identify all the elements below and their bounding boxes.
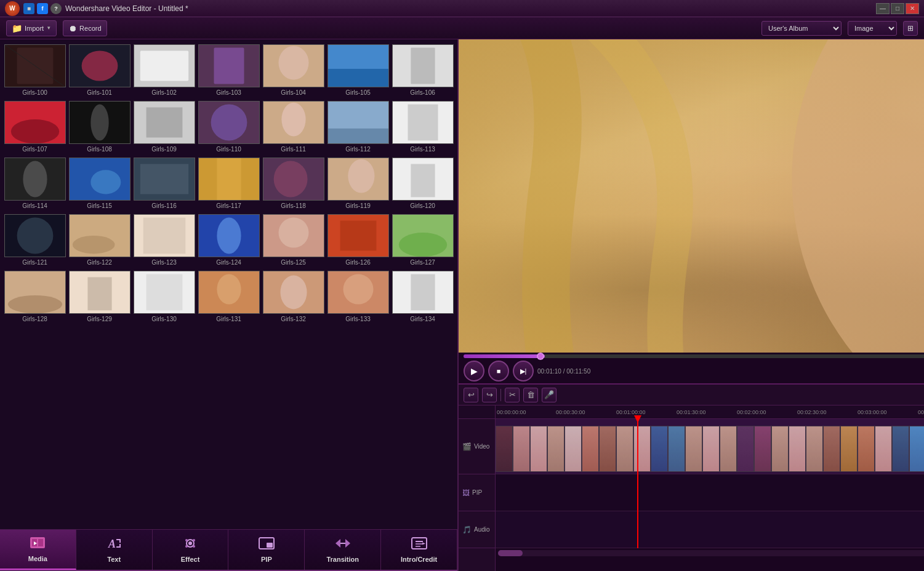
album-select[interactable]: User's Album — [761, 21, 842, 36]
thumb-img-16 — [134, 158, 195, 201]
thumb-item-20[interactable]: Girls-120 — [390, 155, 455, 212]
thumb-item-31[interactable]: Girls-131 — [196, 268, 261, 325]
minimize-restore-icon[interactable]: ■ — [23, 3, 34, 14]
facebook-icon[interactable]: f — [37, 3, 48, 14]
svg-text:A: A — [108, 538, 116, 550]
thumb-img-21 — [4, 214, 66, 257]
thumb-label-0: Girls-100 — [22, 89, 47, 96]
cut-button[interactable]: ✂ — [505, 388, 520, 402]
timeline-content: 🎬 Video 🖼 PIP 🎵 Audio — [459, 405, 924, 571]
thumb-item-11[interactable]: Girls-111 — [261, 98, 326, 155]
svg-point-66 — [280, 276, 307, 309]
tab-text[interactable]: A Text — [76, 530, 153, 570]
tab-effect[interactable]: Effect — [153, 530, 229, 570]
thumb-item-34[interactable]: Girls-134 — [390, 268, 455, 325]
thumb-item-17[interactable]: Girls-117 — [196, 155, 261, 212]
thumb-item-1[interactable]: Girls-101 — [67, 42, 132, 98]
svg-rect-14 — [411, 48, 435, 84]
thumb-item-29[interactable]: Girls-129 — [67, 268, 132, 325]
thumb-item-26[interactable]: Girls-126 — [326, 212, 390, 268]
thumb-item-23[interactable]: Girls-123 — [132, 212, 196, 268]
timeline-scrollbar[interactable] — [496, 548, 924, 558]
thumb-item-33[interactable]: Girls-133 — [326, 268, 390, 325]
thumb-item-3[interactable]: Girls-103 — [196, 42, 261, 98]
record-button[interactable]: ⏺ Record — [63, 20, 106, 36]
thumb-img-24 — [198, 214, 260, 257]
thumb-item-27[interactable]: Girls-127 — [390, 212, 455, 268]
thumb-item-22[interactable]: Girls-122 — [67, 212, 132, 268]
thumb-item-25[interactable]: Girls-125 — [261, 212, 326, 268]
ruler-mark-3: 00:01:30:00 — [677, 409, 706, 415]
audio-track-row[interactable] — [496, 511, 924, 548]
scroll-thumb[interactable] — [498, 550, 523, 556]
thumbnail-grid[interactable]: Girls-100 Girls-101 Girls-102 — [0, 39, 457, 529]
thumb-item-12[interactable]: Girls-112 — [326, 98, 390, 155]
tab-transition[interactable]: Transition — [305, 530, 381, 570]
thumb-item-13[interactable]: Girls-113 — [390, 98, 455, 155]
pip-track-row[interactable] — [496, 474, 924, 511]
thumb-item-2[interactable]: Girls-102 — [132, 42, 196, 98]
progress-knob[interactable] — [537, 353, 544, 360]
thumb-img-14 — [4, 158, 66, 201]
thumb-item-4[interactable]: Girls-104 — [261, 42, 326, 98]
close-button[interactable]: ✕ — [906, 3, 919, 14]
thumb-item-9[interactable]: Girls-109 — [132, 98, 196, 155]
video-filmstrip — [496, 419, 924, 474]
thumb-img-28 — [4, 271, 66, 314]
thumb-item-15[interactable]: Girls-115 — [67, 155, 132, 212]
help-icon[interactable]: ? — [50, 3, 62, 14]
minimize-button[interactable]: — — [876, 3, 890, 14]
thumb-item-18[interactable]: Girls-118 — [261, 155, 326, 212]
thumb-label-1: Girls-101 — [87, 89, 112, 96]
redo-button[interactable]: ↪ — [482, 388, 497, 402]
thumb-label-21: Girls-121 — [22, 259, 47, 266]
thumb-item-21[interactable]: Girls-121 — [2, 212, 67, 268]
track-labels: 🎬 Video 🖼 PIP 🎵 Audio — [459, 405, 496, 571]
thumb-label-3: Girls-103 — [216, 89, 241, 96]
title-icons: ■ f ? — [23, 3, 62, 14]
film-frame — [513, 426, 530, 472]
maximize-button[interactable]: □ — [891, 3, 904, 14]
stop-button[interactable]: ■ — [488, 361, 509, 381]
tab-pip[interactable]: PIP — [228, 530, 305, 570]
thumb-img-18 — [263, 158, 324, 201]
text-tab-icon: A — [105, 537, 123, 553]
thumb-item-6[interactable]: Girls-106 — [390, 42, 455, 98]
thumb-label-5: Girls-105 — [345, 89, 371, 96]
thumb-item-24[interactable]: Girls-124 — [196, 212, 261, 268]
voiceover-button[interactable]: 🎤 — [542, 388, 556, 402]
thumb-item-30[interactable]: Girls-130 — [132, 268, 196, 325]
thumb-item-28[interactable]: Girls-128 — [2, 268, 67, 325]
preview-progress-bar[interactable] — [464, 354, 924, 358]
grid-view-button[interactable]: ⊞ — [903, 21, 918, 36]
thumb-item-10[interactable]: Girls-110 — [196, 98, 261, 155]
svg-point-52 — [278, 218, 308, 248]
thumb-item-7[interactable]: Girls-107 — [2, 98, 67, 155]
thumb-item-32[interactable]: Girls-132 — [261, 268, 326, 325]
thumb-img-23 — [134, 214, 195, 257]
app-logo: W — [5, 1, 20, 16]
delete-button[interactable]: 🗑 — [523, 388, 538, 402]
thumb-item-8[interactable]: Girls-108 — [67, 98, 132, 155]
tab-media[interactable]: Media — [0, 530, 76, 570]
undo-button[interactable]: ↩ — [464, 388, 478, 402]
next-frame-button[interactable]: ▶| — [513, 361, 534, 381]
media-type-select[interactable]: Image Video Audio — [848, 21, 897, 36]
svg-rect-20 — [146, 108, 182, 138]
tab-intro-credit[interactable]: Intro/Credit — [381, 530, 457, 570]
import-button[interactable]: 📁 Import ▼ — [6, 20, 57, 36]
track-content-scroll[interactable]: 00:00:00:00 00:00:30:00 00:01:00:00 00:0… — [496, 405, 924, 571]
thumb-item-14[interactable]: Girls-114 — [2, 155, 67, 212]
thumb-item-16[interactable]: Girls-116 — [132, 155, 196, 212]
film-frame — [582, 426, 599, 472]
svg-point-56 — [398, 233, 446, 257]
tab-transition-label: Transition — [326, 556, 359, 563]
play-button[interactable]: ▶ — [464, 361, 484, 381]
video-track-row[interactable] — [496, 419, 924, 474]
bottom-scrollbar[interactable] — [498, 550, 924, 556]
thumb-item-19[interactable]: Girls-119 — [326, 155, 390, 212]
thumb-item-5[interactable]: Girls-105 — [326, 42, 390, 98]
svg-marker-85 — [345, 539, 350, 548]
film-frame — [771, 426, 789, 472]
thumb-item-0[interactable]: Girls-100 — [2, 42, 67, 98]
